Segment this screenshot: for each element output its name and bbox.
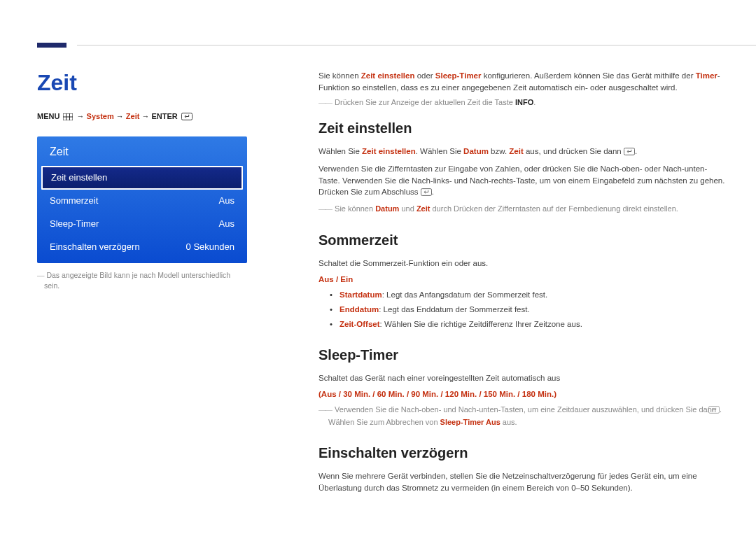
t: : Wählen Sie die richtige Zeitdifferenz … bbox=[380, 320, 582, 328]
t: Timer bbox=[696, 71, 718, 80]
sommer-p1: Schaltet die Sommerzeit-Funktion ein ode… bbox=[318, 258, 728, 269]
breadcrumb-arrow-2: → bbox=[116, 112, 124, 120]
t: Verwenden Sie die Zifferntasten zur Eing… bbox=[318, 164, 724, 196]
intro-note: Drücken Sie zur Anzeige der aktuellen Ze… bbox=[318, 97, 728, 108]
breadcrumb-menu: MENU bbox=[37, 112, 59, 120]
t: . bbox=[635, 147, 637, 155]
breadcrumb-system: System bbox=[87, 112, 114, 120]
t: Sleep-Timer bbox=[435, 71, 482, 80]
osd-row-sleep-timer[interactable]: Sleep-Timer Aus bbox=[37, 213, 247, 236]
sommer-options: Aus / Ein bbox=[318, 274, 728, 286]
osd-row-zeit-einstellen[interactable]: Zeit einstellen bbox=[41, 166, 243, 190]
sleep-options: (Aus / 30 Min. / 60 Min. / 90 Min. / 120… bbox=[318, 388, 728, 400]
t: . bbox=[533, 98, 536, 106]
osd-row-einschalten[interactable]: Einschalten verzögern 0 Sekunden bbox=[37, 236, 247, 259]
t: Sleep-Timer Aus bbox=[440, 418, 500, 426]
t: oder bbox=[414, 71, 435, 80]
section-heading-sleep-timer: Sleep-Timer bbox=[318, 345, 728, 365]
zeit-p1: Wählen Sie Zeit einstellen. Wählen Sie D… bbox=[318, 146, 728, 159]
header-divider bbox=[77, 45, 756, 45]
zeit-note: Sie können Datum und Zeit durch Drücken … bbox=[318, 204, 728, 215]
t: Sie können bbox=[335, 204, 375, 213]
sommer-list: Startdatum: Legt das Anfangsdatum der So… bbox=[330, 289, 728, 330]
osd-row-sommerzeit[interactable]: Sommerzeit Aus bbox=[37, 190, 247, 213]
t: : Legt das Anfangsdatum der Sommerzeit f… bbox=[382, 290, 548, 299]
enter-icon bbox=[421, 188, 432, 199]
t: Wählen Sie bbox=[318, 147, 362, 155]
header-accent-bar bbox=[37, 43, 66, 48]
t: Sie können bbox=[318, 71, 361, 80]
list-item: Enddatum: Legt das Enddatum der Sommerze… bbox=[330, 304, 728, 316]
t: und bbox=[399, 204, 416, 213]
intro-paragraph: Sie können Zeit einstellen oder Sleep-Ti… bbox=[318, 70, 728, 93]
breadcrumb-arrow-3: → bbox=[141, 112, 149, 120]
breadcrumb-zeit: Zeit bbox=[126, 112, 140, 120]
osd-title: Zeit bbox=[37, 136, 247, 165]
section-heading-sommerzeit: Sommerzeit bbox=[318, 230, 728, 251]
t: Zeit einstellen bbox=[361, 71, 415, 80]
t: Zeit einstellen bbox=[362, 147, 416, 155]
section-heading-einschalten: Einschalten verzögern bbox=[318, 443, 728, 463]
t: Verwenden Sie die Nach-oben- und Nach-un… bbox=[335, 405, 718, 414]
t: . Wählen Sie bbox=[416, 147, 463, 155]
osd-panel: Zeit Zeit einstellen Sommerzeit Aus Slee… bbox=[37, 136, 247, 263]
osd-row-value: Aus bbox=[219, 195, 234, 208]
page-title: Zeit bbox=[37, 66, 247, 99]
enter-icon bbox=[181, 113, 192, 124]
t: Datum bbox=[463, 147, 489, 155]
osd-row-label: Einschalten verzögern bbox=[50, 241, 140, 254]
breadcrumb-arrow-1: → bbox=[77, 112, 85, 120]
breadcrumb-enter: ENTER bbox=[152, 112, 178, 120]
t: Startdatum bbox=[340, 290, 382, 299]
intro-block: Sie können Zeit einstellen oder Sleep-Ti… bbox=[318, 70, 728, 108]
osd-row-label: Sleep-Timer bbox=[50, 218, 99, 231]
osd-row-label: Sommerzeit bbox=[50, 195, 98, 208]
t: bzw. bbox=[489, 147, 509, 155]
list-item: Startdatum: Legt das Anfangsdatum der So… bbox=[330, 289, 728, 301]
osd-caption: Das angezeigte Bild kann je nach Modell … bbox=[37, 270, 247, 291]
t: Zeit bbox=[509, 147, 523, 155]
t: INFO bbox=[515, 98, 533, 106]
t: Datum bbox=[375, 204, 399, 213]
t: aus, und drücken Sie dann bbox=[524, 147, 624, 155]
section-heading-zeit-einstellen: Zeit einstellen bbox=[318, 118, 728, 139]
enter-icon bbox=[624, 147, 635, 159]
sleep-p1: Schaltet das Gerät nach einer voreingest… bbox=[318, 372, 728, 384]
breadcrumb: MENU → System → Zeit → ENTER bbox=[37, 111, 247, 124]
osd-row-value: 0 Sekunden bbox=[186, 241, 234, 254]
menu-grid-icon bbox=[63, 113, 73, 124]
list-item: Zeit-Offset: Wählen Sie die richtige Zei… bbox=[330, 318, 728, 330]
sleep-note: Verwenden Sie die Nach-oben- und Nach-un… bbox=[318, 405, 728, 428]
zeit-p2: Verwenden Sie die Zifferntasten zur Eing… bbox=[318, 163, 728, 199]
osd-row-value: Aus bbox=[219, 218, 234, 231]
einsch-p1: Wenn Sie mehrere Gerät verbinden, stelle… bbox=[318, 470, 728, 493]
t: . bbox=[432, 188, 434, 196]
t: Enddatum bbox=[340, 305, 379, 314]
t: durch Drücken der Zifferntasten auf der … bbox=[430, 204, 678, 213]
t: konfigurieren. Außerdem können Sie das G… bbox=[481, 71, 695, 80]
t: aus. bbox=[500, 418, 517, 426]
osd-row-label: Zeit einstellen bbox=[51, 171, 107, 185]
t: : Legt das Enddatum der Sommerzeit fest. bbox=[379, 305, 529, 314]
t: Zeit-Offset bbox=[340, 320, 380, 328]
t: Zeit bbox=[416, 204, 430, 213]
t: Drücken Sie zur Anzeige der aktuellen Ze… bbox=[335, 98, 515, 106]
